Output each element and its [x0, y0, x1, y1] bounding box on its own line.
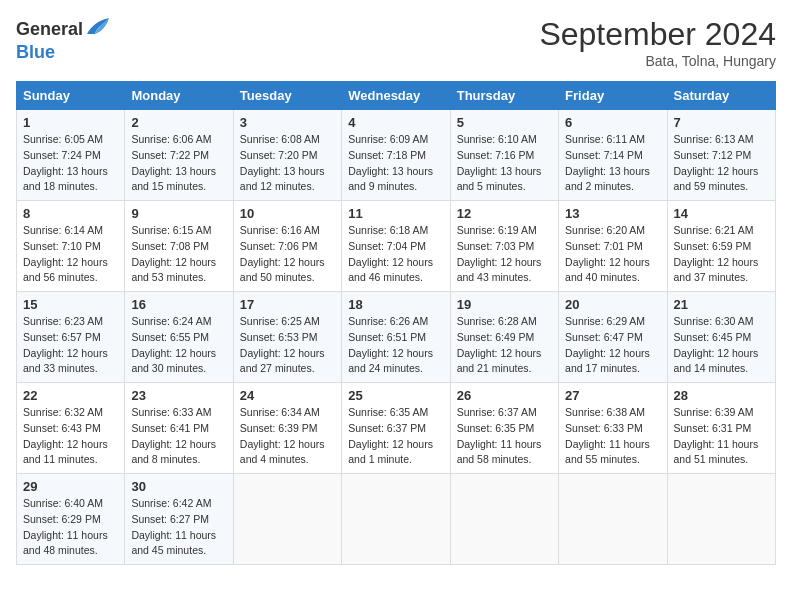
daylight-label: Daylight: 12 hours and 30 minutes.: [131, 347, 216, 375]
day-info: Sunrise: 6:26 AM Sunset: 6:51 PM Dayligh…: [348, 314, 443, 377]
day-number: 13: [565, 206, 660, 221]
daylight-label: Daylight: 12 hours and 14 minutes.: [674, 347, 759, 375]
daylight-label: Daylight: 11 hours and 45 minutes.: [131, 529, 216, 557]
day-info: Sunrise: 6:13 AM Sunset: 7:12 PM Dayligh…: [674, 132, 769, 195]
daylight-label: Daylight: 13 hours and 18 minutes.: [23, 165, 108, 193]
sunrise-label: Sunrise: 6:42 AM: [131, 497, 211, 509]
column-header-wednesday: Wednesday: [342, 82, 450, 110]
sunrise-label: Sunrise: 6:30 AM: [674, 315, 754, 327]
sunset-label: Sunset: 6:59 PM: [674, 240, 752, 252]
calendar-cell: 10 Sunrise: 6:16 AM Sunset: 7:06 PM Dayl…: [233, 201, 341, 292]
daylight-label: Daylight: 12 hours and 37 minutes.: [674, 256, 759, 284]
day-info: Sunrise: 6:16 AM Sunset: 7:06 PM Dayligh…: [240, 223, 335, 286]
calendar-cell: [233, 474, 341, 565]
calendar-cell: [667, 474, 775, 565]
day-number: 2: [131, 115, 226, 130]
daylight-label: Daylight: 13 hours and 12 minutes.: [240, 165, 325, 193]
calendar-cell: [342, 474, 450, 565]
sunrise-label: Sunrise: 6:35 AM: [348, 406, 428, 418]
day-info: Sunrise: 6:14 AM Sunset: 7:10 PM Dayligh…: [23, 223, 118, 286]
sunrise-label: Sunrise: 6:13 AM: [674, 133, 754, 145]
sunset-label: Sunset: 6:53 PM: [240, 331, 318, 343]
calendar-header-row: SundayMondayTuesdayWednesdayThursdayFrid…: [17, 82, 776, 110]
day-number: 27: [565, 388, 660, 403]
calendar-cell: 18 Sunrise: 6:26 AM Sunset: 6:51 PM Dayl…: [342, 292, 450, 383]
calendar-cell: 9 Sunrise: 6:15 AM Sunset: 7:08 PM Dayli…: [125, 201, 233, 292]
day-info: Sunrise: 6:35 AM Sunset: 6:37 PM Dayligh…: [348, 405, 443, 468]
sunrise-label: Sunrise: 6:19 AM: [457, 224, 537, 236]
calendar-cell: 4 Sunrise: 6:09 AM Sunset: 7:18 PM Dayli…: [342, 110, 450, 201]
calendar-cell: 8 Sunrise: 6:14 AM Sunset: 7:10 PM Dayli…: [17, 201, 125, 292]
sunset-label: Sunset: 7:12 PM: [674, 149, 752, 161]
daylight-label: Daylight: 13 hours and 5 minutes.: [457, 165, 542, 193]
calendar-cell: 28 Sunrise: 6:39 AM Sunset: 6:31 PM Dayl…: [667, 383, 775, 474]
day-number: 26: [457, 388, 552, 403]
daylight-label: Daylight: 11 hours and 55 minutes.: [565, 438, 650, 466]
sunset-label: Sunset: 6:27 PM: [131, 513, 209, 525]
calendar-cell: 16 Sunrise: 6:24 AM Sunset: 6:55 PM Dayl…: [125, 292, 233, 383]
calendar-cell: 17 Sunrise: 6:25 AM Sunset: 6:53 PM Dayl…: [233, 292, 341, 383]
day-info: Sunrise: 6:05 AM Sunset: 7:24 PM Dayligh…: [23, 132, 118, 195]
sunset-label: Sunset: 7:20 PM: [240, 149, 318, 161]
day-info: Sunrise: 6:28 AM Sunset: 6:49 PM Dayligh…: [457, 314, 552, 377]
calendar-cell: 15 Sunrise: 6:23 AM Sunset: 6:57 PM Dayl…: [17, 292, 125, 383]
day-number: 4: [348, 115, 443, 130]
day-number: 23: [131, 388, 226, 403]
daylight-label: Daylight: 12 hours and 27 minutes.: [240, 347, 325, 375]
day-info: Sunrise: 6:37 AM Sunset: 6:35 PM Dayligh…: [457, 405, 552, 468]
day-number: 30: [131, 479, 226, 494]
day-info: Sunrise: 6:21 AM Sunset: 6:59 PM Dayligh…: [674, 223, 769, 286]
day-number: 9: [131, 206, 226, 221]
calendar-week-row: 22 Sunrise: 6:32 AM Sunset: 6:43 PM Dayl…: [17, 383, 776, 474]
day-number: 5: [457, 115, 552, 130]
day-info: Sunrise: 6:25 AM Sunset: 6:53 PM Dayligh…: [240, 314, 335, 377]
daylight-label: Daylight: 11 hours and 58 minutes.: [457, 438, 542, 466]
sunrise-label: Sunrise: 6:11 AM: [565, 133, 645, 145]
sunrise-label: Sunrise: 6:20 AM: [565, 224, 645, 236]
column-header-sunday: Sunday: [17, 82, 125, 110]
day-number: 6: [565, 115, 660, 130]
sunset-label: Sunset: 6:43 PM: [23, 422, 101, 434]
calendar-cell: 2 Sunrise: 6:06 AM Sunset: 7:22 PM Dayli…: [125, 110, 233, 201]
daylight-label: Daylight: 12 hours and 50 minutes.: [240, 256, 325, 284]
calendar-cell: 14 Sunrise: 6:21 AM Sunset: 6:59 PM Dayl…: [667, 201, 775, 292]
sunset-label: Sunset: 6:45 PM: [674, 331, 752, 343]
sunrise-label: Sunrise: 6:33 AM: [131, 406, 211, 418]
sunrise-label: Sunrise: 6:37 AM: [457, 406, 537, 418]
day-number: 22: [23, 388, 118, 403]
day-info: Sunrise: 6:18 AM Sunset: 7:04 PM Dayligh…: [348, 223, 443, 286]
sunset-label: Sunset: 6:39 PM: [240, 422, 318, 434]
calendar-table: SundayMondayTuesdayWednesdayThursdayFrid…: [16, 81, 776, 565]
day-number: 19: [457, 297, 552, 312]
daylight-label: Daylight: 13 hours and 2 minutes.: [565, 165, 650, 193]
daylight-label: Daylight: 13 hours and 9 minutes.: [348, 165, 433, 193]
calendar-cell: 19 Sunrise: 6:28 AM Sunset: 6:49 PM Dayl…: [450, 292, 558, 383]
sunrise-label: Sunrise: 6:34 AM: [240, 406, 320, 418]
calendar-cell: 29 Sunrise: 6:40 AM Sunset: 6:29 PM Dayl…: [17, 474, 125, 565]
daylight-label: Daylight: 12 hours and 11 minutes.: [23, 438, 108, 466]
sunset-label: Sunset: 6:29 PM: [23, 513, 101, 525]
day-info: Sunrise: 6:38 AM Sunset: 6:33 PM Dayligh…: [565, 405, 660, 468]
day-info: Sunrise: 6:15 AM Sunset: 7:08 PM Dayligh…: [131, 223, 226, 286]
calendar-cell: 13 Sunrise: 6:20 AM Sunset: 7:01 PM Dayl…: [559, 201, 667, 292]
daylight-label: Daylight: 12 hours and 56 minutes.: [23, 256, 108, 284]
page-header: General Blue September 2024 Bata, Tolna,…: [16, 16, 776, 69]
logo: General Blue: [16, 16, 111, 63]
daylight-label: Daylight: 12 hours and 24 minutes.: [348, 347, 433, 375]
logo-general: General: [16, 19, 83, 40]
day-info: Sunrise: 6:06 AM Sunset: 7:22 PM Dayligh…: [131, 132, 226, 195]
location: Bata, Tolna, Hungary: [539, 53, 776, 69]
daylight-label: Daylight: 12 hours and 1 minute.: [348, 438, 433, 466]
calendar-week-row: 15 Sunrise: 6:23 AM Sunset: 6:57 PM Dayl…: [17, 292, 776, 383]
calendar-cell: 30 Sunrise: 6:42 AM Sunset: 6:27 PM Dayl…: [125, 474, 233, 565]
calendar-cell: 7 Sunrise: 6:13 AM Sunset: 7:12 PM Dayli…: [667, 110, 775, 201]
sunrise-label: Sunrise: 6:26 AM: [348, 315, 428, 327]
calendar-cell: 11 Sunrise: 6:18 AM Sunset: 7:04 PM Dayl…: [342, 201, 450, 292]
calendar-cell: 22 Sunrise: 6:32 AM Sunset: 6:43 PM Dayl…: [17, 383, 125, 474]
day-number: 3: [240, 115, 335, 130]
sunset-label: Sunset: 7:22 PM: [131, 149, 209, 161]
sunset-label: Sunset: 6:33 PM: [565, 422, 643, 434]
day-info: Sunrise: 6:33 AM Sunset: 6:41 PM Dayligh…: [131, 405, 226, 468]
sunset-label: Sunset: 7:08 PM: [131, 240, 209, 252]
daylight-label: Daylight: 12 hours and 17 minutes.: [565, 347, 650, 375]
